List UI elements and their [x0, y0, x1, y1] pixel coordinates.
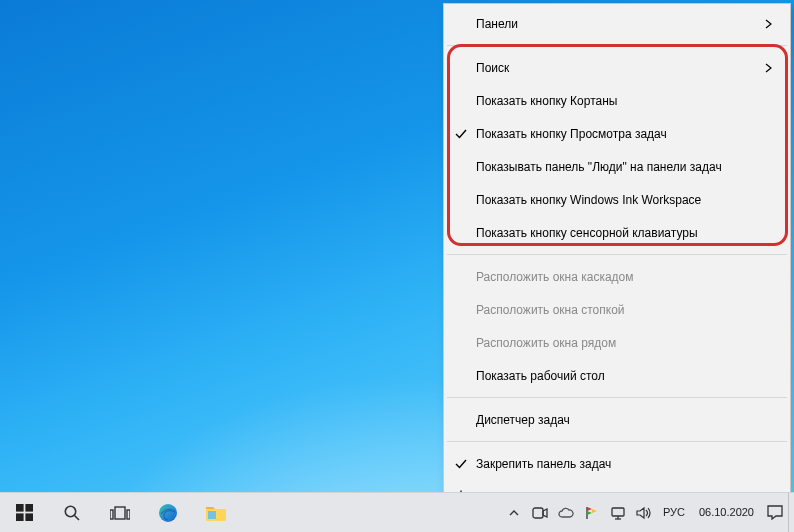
svg-rect-21 — [612, 508, 624, 516]
svg-rect-12 — [25, 513, 33, 521]
taskbar[interactable]: РУС 06.10.2020 — [0, 492, 794, 532]
svg-rect-19 — [208, 511, 216, 519]
menu-separator — [447, 441, 787, 442]
tray-clock[interactable]: 06.10.2020 — [691, 505, 762, 519]
tray-language[interactable]: РУС — [657, 506, 691, 519]
menu-item[interactable]: Поиск — [446, 51, 788, 84]
start-button[interactable] — [0, 493, 48, 533]
tray-meet-now[interactable] — [527, 493, 553, 533]
menu-item[interactable]: Диспетчер задач — [446, 403, 788, 436]
windows-logo-icon — [16, 504, 33, 521]
menu-item[interactable]: Показать кнопку Просмотра задач — [446, 117, 788, 150]
check-icon — [446, 458, 476, 470]
menu-item-label: Диспетчер задач — [476, 413, 764, 427]
tray-network[interactable] — [605, 493, 631, 533]
menu-item-label: Показать кнопку Кортаны — [476, 94, 764, 108]
menu-item-label: Расположить окна стопкой — [476, 303, 764, 317]
svg-rect-9 — [16, 504, 24, 512]
menu-item-label: Расположить окна каскадом — [476, 270, 764, 284]
meet-now-icon — [532, 506, 548, 520]
notification-icon — [767, 505, 783, 520]
svg-rect-20 — [533, 508, 543, 518]
chevron-up-icon — [509, 508, 519, 518]
menu-item-label: Расположить окна рядом — [476, 336, 764, 350]
show-desktop-button[interactable] — [788, 493, 794, 533]
svg-line-14 — [75, 515, 80, 520]
tray-date: 06.10.2020 — [699, 505, 754, 519]
menu-item-label: Показать кнопку Windows Ink Workspace — [476, 193, 764, 207]
menu-item-label: Показать рабочий стол — [476, 369, 764, 383]
tray-action-center[interactable] — [762, 493, 788, 533]
task-view-button[interactable] — [96, 493, 144, 533]
taskbar-context-menu: ПанелиПоискПоказать кнопку КортаныПоказа… — [443, 3, 791, 517]
search-button[interactable] — [48, 493, 96, 533]
menu-item[interactable]: Показать кнопку сенсорной клавиатуры — [446, 216, 788, 249]
taskbar-right: РУС 06.10.2020 — [501, 493, 794, 532]
menu-item: Расположить окна стопкой — [446, 293, 788, 326]
menu-item-label: Показать кнопку сенсорной клавиатуры — [476, 226, 764, 240]
tray-show-hidden[interactable] — [501, 493, 527, 533]
file-explorer-button[interactable] — [192, 493, 240, 533]
menu-separator — [447, 397, 787, 398]
tray-security[interactable] — [579, 493, 605, 533]
taskbar-left — [0, 493, 240, 532]
menu-item: Расположить окна рядом — [446, 326, 788, 359]
menu-item[interactable]: Показывать панель "Люди" на панели задач — [446, 150, 788, 183]
network-icon — [610, 506, 626, 520]
svg-point-13 — [65, 506, 75, 516]
svg-rect-15 — [110, 510, 113, 519]
svg-rect-16 — [115, 507, 125, 519]
check-icon — [446, 128, 476, 140]
menu-item[interactable]: Показать кнопку Windows Ink Workspace — [446, 183, 788, 216]
chevron-right-icon — [764, 19, 778, 29]
menu-item[interactable]: Показать рабочий стол — [446, 359, 788, 392]
flag-icon — [585, 506, 599, 520]
task-view-icon — [110, 505, 130, 521]
menu-item-label: Поиск — [476, 61, 764, 75]
tray-onedrive[interactable] — [553, 493, 579, 533]
svg-rect-10 — [25, 504, 33, 512]
search-icon — [63, 504, 81, 522]
menu-item[interactable]: Закрепить панель задач — [446, 447, 788, 480]
folder-icon — [205, 504, 227, 522]
svg-rect-11 — [16, 513, 24, 521]
menu-item-label: Панели — [476, 17, 764, 31]
edge-icon — [157, 502, 179, 524]
edge-browser-button[interactable] — [144, 493, 192, 533]
speaker-icon — [636, 506, 652, 520]
menu-separator — [447, 45, 787, 46]
menu-separator — [447, 254, 787, 255]
menu-item-label: Показать кнопку Просмотра задач — [476, 127, 764, 141]
menu-item: Расположить окна каскадом — [446, 260, 788, 293]
cloud-icon — [558, 507, 574, 519]
tray-volume[interactable] — [631, 493, 657, 533]
svg-rect-17 — [127, 510, 130, 519]
menu-item[interactable]: Панели — [446, 7, 788, 40]
menu-item[interactable]: Показать кнопку Кортаны — [446, 84, 788, 117]
menu-item-label: Показывать панель "Люди" на панели задач — [476, 160, 764, 174]
menu-item-label: Закрепить панель задач — [476, 457, 764, 471]
chevron-right-icon — [764, 63, 778, 73]
